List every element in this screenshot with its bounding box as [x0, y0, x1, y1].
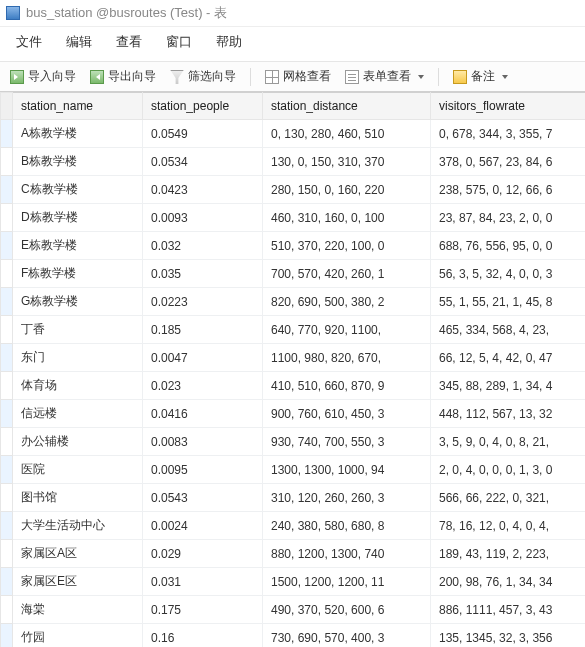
- cell-station-distance[interactable]: 900, 760, 610, 450, 3: [263, 400, 431, 428]
- col-header-station-distance[interactable]: station_distance: [263, 93, 431, 120]
- cell-station-distance[interactable]: 130, 0, 150, 310, 370: [263, 148, 431, 176]
- table-row[interactable]: 信远楼0.0416900, 760, 610, 450, 3448, 112, …: [1, 400, 586, 428]
- table-row[interactable]: 办公辅楼0.0083930, 740, 700, 550, 33, 5, 9, …: [1, 428, 586, 456]
- row-gutter[interactable]: [1, 400, 13, 428]
- table-row[interactable]: B栋教学楼0.0534130, 0, 150, 310, 370378, 0, …: [1, 148, 586, 176]
- cell-station-distance[interactable]: 240, 380, 580, 680, 8: [263, 512, 431, 540]
- cell-station-people[interactable]: 0.029: [143, 540, 263, 568]
- cell-station-name[interactable]: F栋教学楼: [13, 260, 143, 288]
- cell-station-name[interactable]: C栋教学楼: [13, 176, 143, 204]
- row-gutter[interactable]: [1, 456, 13, 484]
- row-gutter[interactable]: [1, 512, 13, 540]
- row-gutter[interactable]: [1, 372, 13, 400]
- cell-visitors-flowrate[interactable]: 23, 87, 84, 23, 2, 0, 0: [431, 204, 586, 232]
- cell-visitors-flowrate[interactable]: 135, 1345, 32, 3, 356: [431, 624, 586, 648]
- cell-visitors-flowrate[interactable]: 886, 1111, 457, 3, 43: [431, 596, 586, 624]
- cell-station-people[interactable]: 0.031: [143, 568, 263, 596]
- row-gutter[interactable]: [1, 428, 13, 456]
- cell-station-distance[interactable]: 1300, 1300, 1000, 94: [263, 456, 431, 484]
- cell-visitors-flowrate[interactable]: 448, 112, 567, 13, 32: [431, 400, 586, 428]
- cell-visitors-flowrate[interactable]: 189, 43, 119, 2, 223,: [431, 540, 586, 568]
- table-row[interactable]: 大学生活动中心0.0024240, 380, 580, 680, 878, 16…: [1, 512, 586, 540]
- table-row[interactable]: 东门0.00471100, 980, 820, 670, 66, 12, 5, …: [1, 344, 586, 372]
- menu-window[interactable]: 窗口: [166, 33, 192, 51]
- cell-station-people[interactable]: 0.0223: [143, 288, 263, 316]
- form-view-button[interactable]: 表单查看: [341, 66, 428, 87]
- cell-station-people[interactable]: 0.0083: [143, 428, 263, 456]
- menu-view[interactable]: 查看: [116, 33, 142, 51]
- note-button[interactable]: 备注: [449, 66, 512, 87]
- cell-station-name[interactable]: 东门: [13, 344, 143, 372]
- col-header-station-name[interactable]: station_name: [13, 93, 143, 120]
- cell-station-distance[interactable]: 490, 370, 520, 600, 6: [263, 596, 431, 624]
- cell-station-people[interactable]: 0.175: [143, 596, 263, 624]
- row-gutter[interactable]: [1, 344, 13, 372]
- cell-station-people[interactable]: 0.0093: [143, 204, 263, 232]
- row-gutter[interactable]: [1, 624, 13, 648]
- data-table[interactable]: station_name station_people station_dist…: [0, 92, 585, 647]
- cell-station-people[interactable]: 0.0416: [143, 400, 263, 428]
- cell-station-people[interactable]: 0.0047: [143, 344, 263, 372]
- table-row[interactable]: E栋教学楼0.032510, 370, 220, 100, 0688, 76, …: [1, 232, 586, 260]
- cell-station-name[interactable]: 丁香: [13, 316, 143, 344]
- row-gutter[interactable]: [1, 232, 13, 260]
- import-wizard-button[interactable]: 导入向导: [6, 66, 80, 87]
- cell-visitors-flowrate[interactable]: 78, 16, 12, 0, 4, 0, 4,: [431, 512, 586, 540]
- cell-station-people[interactable]: 0.032: [143, 232, 263, 260]
- cell-station-distance[interactable]: 410, 510, 660, 870, 9: [263, 372, 431, 400]
- col-header-visitors-flowrate[interactable]: visitors_flowrate: [431, 93, 586, 120]
- cell-visitors-flowrate[interactable]: 345, 88, 289, 1, 34, 4: [431, 372, 586, 400]
- cell-station-name[interactable]: B栋教学楼: [13, 148, 143, 176]
- cell-visitors-flowrate[interactable]: 56, 3, 5, 32, 4, 0, 0, 3: [431, 260, 586, 288]
- row-gutter[interactable]: [1, 120, 13, 148]
- cell-station-distance[interactable]: 700, 570, 420, 260, 1: [263, 260, 431, 288]
- cell-visitors-flowrate[interactable]: 688, 76, 556, 95, 0, 0: [431, 232, 586, 260]
- cell-visitors-flowrate[interactable]: 566, 66, 222, 0, 321,: [431, 484, 586, 512]
- row-gutter[interactable]: [1, 148, 13, 176]
- cell-visitors-flowrate[interactable]: 2, 0, 4, 0, 0, 0, 1, 3, 0: [431, 456, 586, 484]
- cell-station-people[interactable]: 0.0423: [143, 176, 263, 204]
- cell-station-name[interactable]: 医院: [13, 456, 143, 484]
- table-row[interactable]: A栋教学楼0.05490, 130, 280, 460, 5100, 678, …: [1, 120, 586, 148]
- table-row[interactable]: 家属区A区0.029880, 1200, 1300, 740189, 43, 1…: [1, 540, 586, 568]
- cell-station-name[interactable]: 家属区A区: [13, 540, 143, 568]
- table-row[interactable]: 丁香0.185640, 770, 920, 1100, 465, 334, 56…: [1, 316, 586, 344]
- table-row[interactable]: D栋教学楼0.0093460, 310, 160, 0, 10023, 87, …: [1, 204, 586, 232]
- cell-station-name[interactable]: E栋教学楼: [13, 232, 143, 260]
- table-row[interactable]: 家属区E区0.0311500, 1200, 1200, 11200, 98, 7…: [1, 568, 586, 596]
- row-gutter[interactable]: [1, 540, 13, 568]
- cell-visitors-flowrate[interactable]: 3, 5, 9, 0, 4, 0, 8, 21,: [431, 428, 586, 456]
- table-row[interactable]: G栋教学楼0.0223820, 690, 500, 380, 255, 1, 5…: [1, 288, 586, 316]
- row-gutter[interactable]: [1, 596, 13, 624]
- cell-station-people[interactable]: 0.023: [143, 372, 263, 400]
- cell-station-people[interactable]: 0.0534: [143, 148, 263, 176]
- table-row[interactable]: 竹园0.16730, 690, 570, 400, 3135, 1345, 32…: [1, 624, 586, 648]
- table-row[interactable]: 医院0.00951300, 1300, 1000, 942, 0, 4, 0, …: [1, 456, 586, 484]
- table-row[interactable]: F栋教学楼0.035700, 570, 420, 260, 156, 3, 5,…: [1, 260, 586, 288]
- cell-station-people[interactable]: 0.16: [143, 624, 263, 648]
- cell-station-name[interactable]: 海棠: [13, 596, 143, 624]
- cell-station-distance[interactable]: 820, 690, 500, 380, 2: [263, 288, 431, 316]
- cell-station-people[interactable]: 0.185: [143, 316, 263, 344]
- row-gutter[interactable]: [1, 204, 13, 232]
- cell-station-people[interactable]: 0.0024: [143, 512, 263, 540]
- cell-station-distance[interactable]: 1100, 980, 820, 670,: [263, 344, 431, 372]
- cell-station-distance[interactable]: 930, 740, 700, 550, 3: [263, 428, 431, 456]
- table-row[interactable]: C栋教学楼0.0423280, 150, 0, 160, 220238, 575…: [1, 176, 586, 204]
- row-gutter[interactable]: [1, 288, 13, 316]
- cell-station-people[interactable]: 0.0095: [143, 456, 263, 484]
- menu-edit[interactable]: 编辑: [66, 33, 92, 51]
- cell-station-name[interactable]: 竹园: [13, 624, 143, 648]
- cell-station-name[interactable]: 图书馆: [13, 484, 143, 512]
- cell-station-distance[interactable]: 460, 310, 160, 0, 100: [263, 204, 431, 232]
- cell-station-distance[interactable]: 510, 370, 220, 100, 0: [263, 232, 431, 260]
- cell-station-distance[interactable]: 310, 120, 260, 260, 3: [263, 484, 431, 512]
- col-header-station-people[interactable]: station_people: [143, 93, 263, 120]
- cell-station-distance[interactable]: 280, 150, 0, 160, 220: [263, 176, 431, 204]
- cell-station-name[interactable]: 家属区E区: [13, 568, 143, 596]
- row-gutter[interactable]: [1, 176, 13, 204]
- cell-station-name[interactable]: 信远楼: [13, 400, 143, 428]
- row-gutter[interactable]: [1, 260, 13, 288]
- grid-view-button[interactable]: 网格查看: [261, 66, 335, 87]
- row-gutter[interactable]: [1, 484, 13, 512]
